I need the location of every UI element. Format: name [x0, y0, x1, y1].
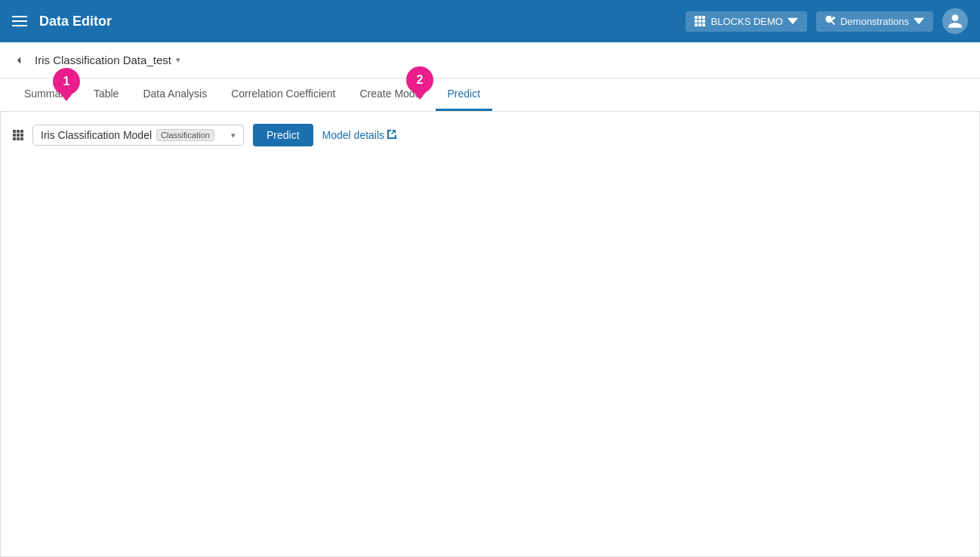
app-title: Data Editor	[39, 14, 112, 29]
demonstrations-label: Demonstrations	[840, 16, 909, 27]
wrench-icon	[825, 16, 836, 26]
predict-button[interactable]: Predict	[253, 124, 313, 146]
model-table-icon	[13, 130, 23, 140]
model-details-label: Model details	[322, 129, 385, 141]
annotation-bubble-2: 2	[406, 66, 433, 94]
back-arrow-icon	[12, 54, 26, 67]
blocks-demo-label: BLOCKS DEMO	[711, 16, 783, 27]
tab-table[interactable]: Table	[82, 78, 131, 111]
hamburger-icon[interactable]	[12, 16, 27, 26]
dataset-title-text: Iris Classification Data_test	[35, 54, 171, 66]
sub-header: Iris Classification Data_test ▾	[0, 42, 980, 78]
page-wrapper: 1 2 Data Editor	[0, 0, 980, 557]
back-button[interactable]	[12, 54, 26, 67]
model-select-arrow: ▾	[231, 131, 236, 140]
main-content: Iris Classification Model Classification…	[0, 112, 980, 557]
external-link-icon	[387, 130, 396, 141]
user-icon	[947, 13, 963, 29]
grid-icon	[695, 16, 705, 26]
predict-row: Iris Classification Model Classification…	[13, 124, 967, 146]
annotation-bubble-1: 1	[53, 68, 80, 95]
avatar[interactable]	[942, 8, 968, 34]
tab-correlation-coefficient[interactable]: Correlation Coefficient	[219, 78, 347, 111]
tab-predict[interactable]: Predict	[436, 78, 493, 111]
tabs-nav: Summary Table Data Analysis Correlation …	[0, 78, 980, 112]
blocks-demo-button[interactable]: BLOCKS DEMO	[686, 11, 807, 32]
dataset-dropdown-arrow[interactable]: ▾	[176, 55, 180, 65]
blocks-demo-dropdown-arrow	[787, 16, 798, 26]
model-details-link[interactable]: Model details	[322, 129, 397, 141]
header-right: BLOCKS DEMO Demonstrations	[686, 8, 968, 34]
demonstrations-button[interactable]: Demonstrations	[816, 11, 933, 32]
model-tag-badge: Classification	[156, 129, 214, 141]
demonstrations-dropdown-arrow	[914, 16, 924, 26]
model-selector[interactable]: Iris Classification Model Classification…	[32, 125, 244, 146]
tab-data-analysis[interactable]: Data Analysis	[131, 78, 219, 111]
header-left: Data Editor	[12, 14, 112, 29]
dataset-title: Iris Classification Data_test ▾	[35, 54, 180, 66]
model-name-label: Iris Classification Model	[41, 129, 152, 141]
header: Data Editor BLOCKS DEMO	[0, 0, 980, 42]
